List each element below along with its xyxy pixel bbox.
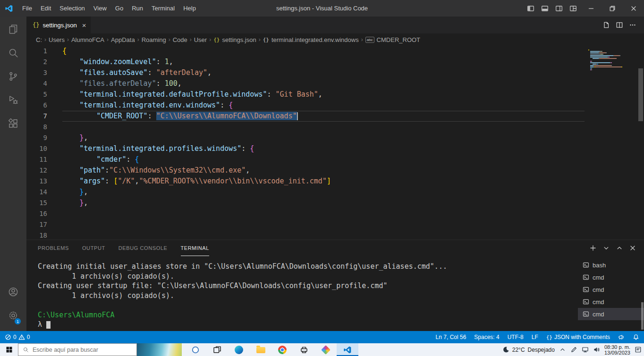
toggle-sidebar-button[interactable] (524, 0, 538, 17)
menu-run[interactable]: Run (127, 0, 147, 17)
terminal-output[interactable]: Creating initial user_aliases store in "… (26, 256, 578, 331)
run-debug-button[interactable] (2, 88, 25, 112)
menu-go[interactable]: Go (111, 0, 127, 17)
menu-edit[interactable]: Edit (36, 0, 55, 17)
code-line[interactable]: "files.afterDelay": 100, (62, 78, 585, 89)
breadcrumb-item[interactable]: AppData (111, 36, 135, 43)
close-button[interactable] (623, 0, 644, 17)
breadcrumb-item[interactable]: Users (49, 36, 65, 43)
search-input[interactable] (33, 347, 132, 353)
breadcrumb-item[interactable]: abcCMDER_ROOT (365, 36, 420, 43)
cursor-position[interactable]: Ln 7, Col 56 (436, 334, 466, 340)
code-line[interactable] (62, 208, 585, 219)
code-line[interactable]: }, (62, 132, 585, 143)
terminal-tab-bash[interactable]: bash (578, 259, 644, 271)
news-widget-image[interactable] (137, 343, 182, 356)
chrome-button[interactable] (271, 343, 293, 356)
minimap[interactable] (585, 46, 637, 240)
toggle-secondary-sidebar-button[interactable] (552, 0, 566, 17)
toggle-panel-button[interactable] (538, 0, 552, 17)
clock[interactable]: 08:30 p. m. 13/09/2023 (604, 343, 630, 356)
task-view-button[interactable] (206, 343, 228, 356)
code-line[interactable] (62, 230, 585, 240)
extensions-button[interactable] (2, 112, 25, 135)
panel-tab-output[interactable]: OUTPUT (82, 240, 105, 256)
menu-terminal[interactable]: Terminal (147, 0, 179, 17)
language-mode[interactable]: {} JSON with Comments (546, 334, 610, 340)
start-button[interactable] (0, 343, 18, 356)
editor-code[interactable]: { "window.zoomLevel": 1, "files.autoSave… (53, 46, 585, 240)
code-line[interactable]: }, (62, 198, 585, 208)
code-line[interactable]: { (62, 46, 585, 57)
customize-layout-button[interactable] (566, 0, 580, 17)
menu-file[interactable]: File (18, 0, 36, 17)
editor-scrollbar[interactable] (637, 46, 644, 240)
menu-selection[interactable]: Selection (55, 0, 89, 17)
cortana-button[interactable] (185, 343, 206, 356)
panel-chevron-up-button[interactable] (615, 243, 624, 253)
panel-plus-button[interactable] (588, 243, 598, 253)
code-line[interactable]: "path":"C:\\Windows\\System32\\cmd.exe", (62, 165, 585, 176)
eol[interactable]: LF (532, 334, 538, 340)
problems-indicator[interactable]: 0 0 (5, 334, 30, 340)
code-line[interactable]: "files.autoSave": "afterDelay", (62, 67, 585, 78)
breadcrumb-item[interactable]: {}settings.json (213, 36, 256, 43)
terminal-tab-cmd[interactable]: cmd (578, 308, 644, 320)
breadcrumb-item[interactable]: C: (36, 36, 42, 43)
photos-button[interactable] (315, 343, 337, 356)
panel-chevron-down-button[interactable] (602, 243, 611, 253)
feedback-button[interactable] (618, 334, 625, 340)
code-line[interactable] (62, 122, 585, 132)
edge-button[interactable] (228, 343, 250, 356)
breadcrumb-item[interactable]: {}terminal.integrated.env.windows (263, 36, 359, 43)
code-line[interactable]: "args": ["/K","%CMDER_ROOT%\\vendor\\bin… (62, 176, 585, 187)
breadcrumb-item[interactable]: Code (173, 36, 187, 43)
encoding[interactable]: UTF-8 (508, 334, 524, 340)
open-settings-ui-button[interactable] (600, 17, 613, 33)
terminal-tab-cmd[interactable]: cmd (578, 283, 644, 296)
notifications-button[interactable] (633, 334, 639, 340)
panel-tab-debug-console[interactable]: DEBUG CONSOLE (119, 240, 168, 256)
code-line[interactable]: "terminal.integrated.defaultProfile.wind… (62, 89, 585, 100)
terminal-scrollbar-thumb[interactable] (641, 302, 644, 330)
split-editor-button[interactable] (613, 17, 626, 33)
panel-close-button[interactable] (628, 243, 637, 253)
tab-settings-json[interactable]: {} settings.json × (26, 17, 91, 33)
settings-gear-button[interactable]: 1 (2, 304, 25, 327)
terminal-tab-cmd[interactable]: cmd (578, 271, 644, 283)
code-line[interactable]: "terminal.integrated.env.windows": { (62, 100, 585, 111)
panel-tab-problems[interactable]: PROBLEMS (38, 240, 69, 256)
terminal-tab-cmd[interactable]: cmd (578, 296, 644, 308)
indentation[interactable]: Spaces: 4 (474, 334, 499, 340)
file-explorer-button[interactable] (250, 343, 271, 356)
code-line[interactable] (62, 219, 585, 230)
line-number: 4 (26, 78, 53, 89)
code-line[interactable]: "window.zoomLevel": 1, (62, 57, 585, 67)
code-line[interactable]: "CMDER_ROOT": "C:\\Users\\AlumnoFCA\\Dow… (62, 111, 585, 122)
tray-overflow-chevron-up-icon[interactable] (559, 346, 566, 353)
code-line[interactable]: "terminal.integrated.profiles.windows": … (62, 143, 585, 154)
vscode-button[interactable] (337, 343, 358, 356)
account-button[interactable] (2, 280, 25, 304)
breadcrumb-item[interactable]: AlumnoFCA (71, 36, 104, 43)
menu-view[interactable]: View (89, 0, 111, 17)
explorer-button[interactable] (2, 17, 25, 41)
restore-button[interactable] (602, 0, 623, 17)
code-line[interactable]: "cmder": { (62, 154, 585, 165)
tab-close-icon[interactable]: × (82, 21, 86, 29)
minimize-button[interactable] (580, 0, 602, 17)
breadcrumb-item[interactable]: User (194, 36, 207, 43)
scrollbar-thumb[interactable] (638, 68, 643, 121)
weather-button[interactable]: 22°C Despejado (502, 346, 555, 353)
breadcrumb-item[interactable]: Roaming (142, 36, 166, 43)
menu-help[interactable]: Help (179, 0, 200, 17)
panel-tab-terminal[interactable]: TERMINAL (181, 240, 209, 256)
code-line[interactable]: }, (62, 187, 585, 198)
taskbar-search[interactable] (18, 343, 137, 356)
more-actions-button[interactable] (626, 17, 639, 33)
action-center-icon[interactable] (635, 346, 642, 353)
devices-button[interactable] (293, 343, 315, 356)
breadcrumb-label: AlumnoFCA (71, 36, 104, 43)
source-control-button[interactable] (2, 65, 25, 88)
search-button[interactable] (2, 41, 25, 65)
